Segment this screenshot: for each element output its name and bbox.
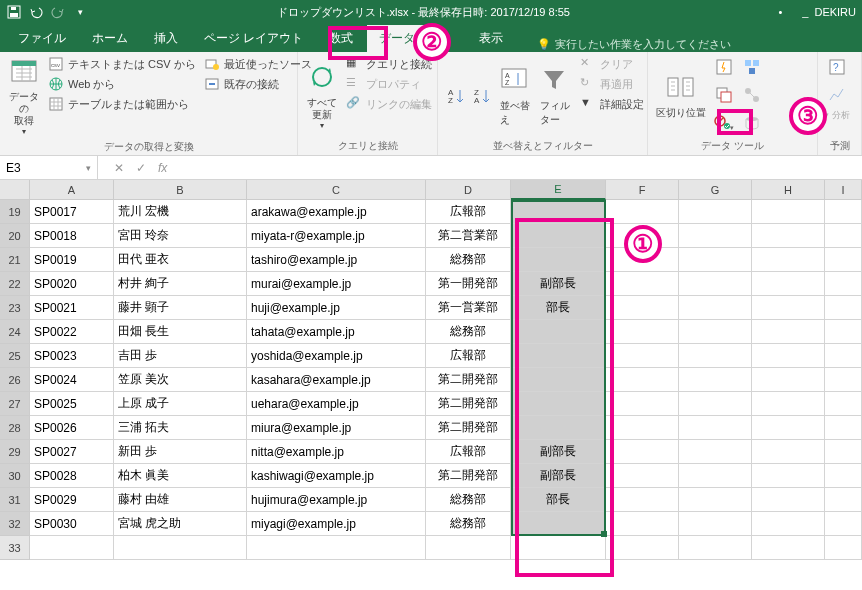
column-header-E[interactable]: E	[511, 180, 606, 200]
row-header[interactable]: 29	[0, 440, 30, 464]
cell[interactable]: SP0017	[30, 200, 114, 224]
cell[interactable]: 第二開発部	[426, 392, 511, 416]
sort-asc-button[interactable]: AZ	[444, 84, 468, 108]
cell[interactable]	[825, 248, 862, 272]
cell[interactable]	[679, 488, 752, 512]
cell[interactable]	[825, 512, 862, 536]
cell[interactable]: tashiro@example.jp	[247, 248, 426, 272]
cell[interactable]	[825, 200, 862, 224]
sort-desc-button[interactable]: ZA	[470, 84, 494, 108]
cell[interactable]: SP0020	[30, 272, 114, 296]
tab-file[interactable]: ファイル	[6, 25, 78, 52]
worksheet-grid[interactable]: 192021222324252627282930313233 ABCDEFGHI…	[0, 180, 862, 560]
cell[interactable]	[825, 464, 862, 488]
column-header-H[interactable]: H	[752, 180, 825, 200]
cell[interactable]: SP0018	[30, 224, 114, 248]
row-header[interactable]: 26	[0, 368, 30, 392]
cell[interactable]: 宮田 玲奈	[114, 224, 247, 248]
cell[interactable]	[679, 536, 752, 560]
cell[interactable]	[606, 320, 679, 344]
cell[interactable]: 荒川 宏機	[114, 200, 247, 224]
cell[interactable]: 田畑 長生	[114, 320, 247, 344]
cell[interactable]: SP0027	[30, 440, 114, 464]
cell[interactable]	[825, 344, 862, 368]
cell[interactable]	[606, 200, 679, 224]
cell[interactable]: SP0026	[30, 416, 114, 440]
cell[interactable]: 藤井 顕子	[114, 296, 247, 320]
edit-links-button[interactable]: 🔗リンクの編集	[344, 95, 434, 113]
cell[interactable]: 柏木 眞美	[114, 464, 247, 488]
cell[interactable]: SP0025	[30, 392, 114, 416]
cell[interactable]	[511, 344, 606, 368]
cell[interactable]	[825, 320, 862, 344]
fx-icon[interactable]: fx	[158, 161, 167, 175]
properties-button[interactable]: ☰プロパティ	[344, 75, 434, 93]
cell[interactable]: SP0022	[30, 320, 114, 344]
cell[interactable]: miyata-r@example.jp	[247, 224, 426, 248]
cell[interactable]: 広報部	[426, 440, 511, 464]
row-header[interactable]: 27	[0, 392, 30, 416]
cell[interactable]	[752, 536, 825, 560]
row-header[interactable]: 31	[0, 488, 30, 512]
cell[interactable]: uehara@example.jp	[247, 392, 426, 416]
cell[interactable]: 副部長	[511, 440, 606, 464]
cell[interactable]	[511, 416, 606, 440]
cell[interactable]: 第二開発部	[426, 368, 511, 392]
cell[interactable]	[752, 224, 825, 248]
cell[interactable]	[606, 488, 679, 512]
cell[interactable]: 広報部	[426, 344, 511, 368]
cell[interactable]	[511, 320, 606, 344]
from-table-button[interactable]: テーブルまたは範囲から	[46, 95, 198, 113]
column-header-B[interactable]: B	[114, 180, 247, 200]
cell[interactable]	[752, 416, 825, 440]
get-data-button[interactable]: データの 取得 ▾	[6, 55, 42, 138]
cell[interactable]: arakawa@example.jp	[247, 200, 426, 224]
cell[interactable]: 部長	[511, 488, 606, 512]
cell[interactable]	[825, 272, 862, 296]
cell[interactable]	[679, 200, 752, 224]
tab-view[interactable]: 表示	[467, 25, 515, 52]
what-if-button[interactable]: ?	[825, 55, 849, 79]
sort-button[interactable]: AZ 並べ替え	[498, 55, 534, 137]
cell[interactable]	[606, 344, 679, 368]
column-header-A[interactable]: A	[30, 180, 114, 200]
cell[interactable]	[679, 416, 752, 440]
row-header[interactable]: 28	[0, 416, 30, 440]
column-header-G[interactable]: G	[679, 180, 752, 200]
cell[interactable]: SP0024	[30, 368, 114, 392]
cell[interactable]: 副部長	[511, 464, 606, 488]
column-header-D[interactable]: D	[426, 180, 511, 200]
cell[interactable]: SP0019	[30, 248, 114, 272]
row-header[interactable]: 33	[0, 536, 30, 560]
redo-icon[interactable]	[50, 4, 66, 20]
data-validation-button[interactable]: ▾	[712, 111, 736, 135]
cell[interactable]	[752, 248, 825, 272]
qat-customize-icon[interactable]: ▾	[72, 4, 88, 20]
cell[interactable]	[511, 368, 606, 392]
cell[interactable]	[752, 512, 825, 536]
cell[interactable]	[426, 536, 511, 560]
advanced-filter-button[interactable]: ▼詳細設定	[578, 95, 646, 113]
cell[interactable]: 三浦 拓夫	[114, 416, 247, 440]
flash-fill-button[interactable]	[712, 55, 736, 79]
cell[interactable]	[825, 224, 862, 248]
save-icon[interactable]	[6, 4, 22, 20]
row-header[interactable]: 23	[0, 296, 30, 320]
cell[interactable]	[511, 392, 606, 416]
cell[interactable]	[752, 464, 825, 488]
tab-formulas[interactable]: 数式	[317, 25, 365, 52]
cell[interactable]	[825, 296, 862, 320]
remove-duplicates-button[interactable]	[712, 83, 736, 107]
cell[interactable]: 第二開発部	[426, 464, 511, 488]
cell[interactable]: hujimura@example.jp	[247, 488, 426, 512]
cell[interactable]	[679, 320, 752, 344]
cell[interactable]: 広報部	[426, 200, 511, 224]
cell[interactable]: 第一営業部	[426, 296, 511, 320]
cell[interactable]	[606, 392, 679, 416]
cell[interactable]	[606, 368, 679, 392]
cell[interactable]: nitta@example.jp	[247, 440, 426, 464]
cell[interactable]	[752, 488, 825, 512]
cell[interactable]	[825, 536, 862, 560]
row-header[interactable]: 19	[0, 200, 30, 224]
cell[interactable]	[679, 368, 752, 392]
